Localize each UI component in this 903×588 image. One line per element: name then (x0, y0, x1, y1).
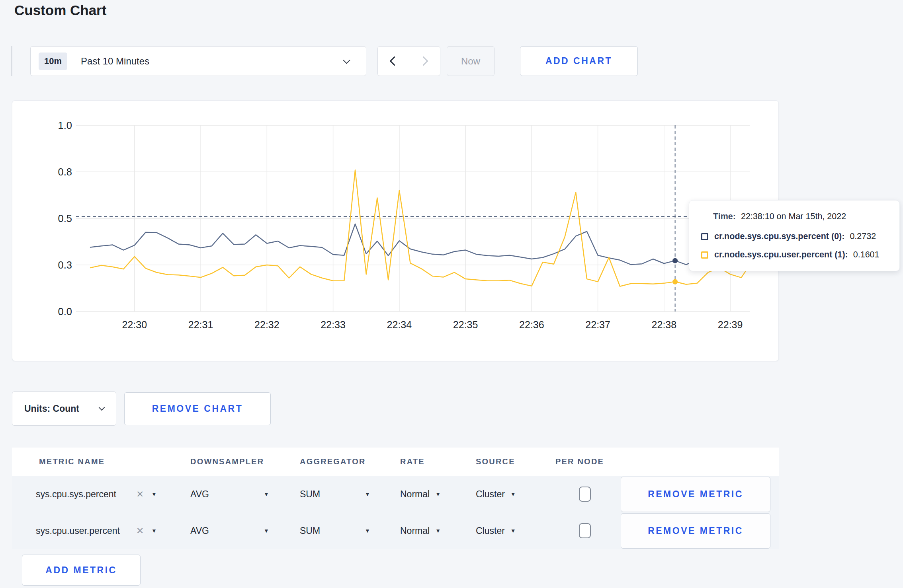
x-tick-label: 22:30 (122, 319, 147, 330)
downsampler-select[interactable]: AVG▼ (190, 476, 278, 512)
source-select[interactable]: Cluster▼ (476, 512, 516, 549)
dropdown-caret-icon: ▼ (264, 528, 269, 534)
dropdown-caret-icon: ▼ (510, 491, 516, 497)
header-cell-rate: RATE (400, 448, 425, 476)
aggregator-value: SUM (300, 526, 320, 536)
chevron-down-icon (99, 405, 105, 411)
source-value: Cluster (476, 526, 505, 536)
metric-row: sys.cpu.sys.percent✕▼AVG▼SUM▼Normal▼Clus… (12, 476, 779, 512)
downsampler-value: AVG (190, 489, 209, 500)
metric-name-select[interactable]: sys.cpu.sys.percent✕▼ (36, 476, 163, 512)
tooltip-time-label: Time: (713, 212, 736, 222)
metric-name-select[interactable]: sys.cpu.user.percent✕▼ (36, 512, 163, 549)
x-tick-label: 22:37 (585, 319, 610, 330)
dropdown-caret-icon: ▼ (365, 491, 370, 497)
x-tick-label: 22:35 (453, 319, 478, 330)
now-button[interactable]: Now (447, 46, 494, 76)
time-range-select[interactable]: 10m Past 10 Minutes (30, 46, 366, 76)
clear-metric-icon[interactable]: ✕ (136, 526, 144, 536)
x-tick-label: 22:31 (188, 319, 213, 330)
dropdown-caret-icon: ▼ (264, 491, 269, 497)
x-tick-label: 22:39 (718, 319, 743, 330)
tooltip-series-row: cr.node.sys.cpu.user.percent (1): 0.1601 (701, 250, 880, 260)
add-metric-button[interactable]: ADD METRIC (22, 555, 141, 586)
series-line-0 (90, 224, 752, 265)
tooltip-series-label: cr.node.sys.cpu.user.percent (1): (714, 250, 848, 260)
tooltip-series-value: 0.1601 (853, 250, 880, 260)
remove-metric-button[interactable]: REMOVE METRIC (621, 513, 770, 549)
chevron-left-icon (390, 56, 399, 66)
downsampler-value: AVG (190, 526, 209, 536)
tooltip-series-label: cr.node.sys.cpu.sys.percent (0): (714, 232, 844, 241)
dropdown-caret-icon: ▼ (151, 528, 157, 534)
clear-metric-icon[interactable]: ✕ (136, 489, 144, 500)
chevron-right-icon (418, 56, 428, 66)
tooltip-series-value: 0.2732 (850, 232, 876, 241)
series-color-swatch (701, 233, 708, 240)
source-value: Cluster (476, 489, 505, 500)
metric-name-value: sys.cpu.user.percent (36, 526, 120, 536)
y-tick-label: 0.5 (58, 213, 72, 224)
aggregator-select[interactable]: SUM▼ (300, 512, 379, 549)
y-tick-label: 1.0 (58, 120, 72, 131)
series-line-1 (90, 170, 752, 286)
aggregator-select[interactable]: SUM▼ (300, 476, 379, 512)
x-tick-label: 22:33 (321, 319, 346, 330)
cpu-usage-chart[interactable]: 0.00.30.50.81.022:3022:3122:3222:3322:34… (12, 101, 779, 362)
dropdown-caret-icon: ▼ (151, 491, 157, 497)
dropdown-caret-icon: ▼ (365, 528, 370, 534)
header-cell-aggregator: AGGREGATOR (300, 448, 366, 476)
tooltip-time-row: Time: 22:38:10 on Mar 15th, 2022 (713, 212, 846, 222)
remove-metric-button[interactable]: REMOVE METRIC (621, 477, 770, 512)
tooltip-time-value: 22:38:10 on Mar 15th, 2022 (741, 212, 846, 222)
x-tick-label: 22:38 (652, 319, 677, 330)
y-tick-label: 0.8 (58, 166, 72, 177)
custom-chart-page: Custom Chart 10m Past 10 Minutes Now ADD… (0, 0, 903, 588)
units-label: Units: Count (24, 403, 79, 414)
hover-point (672, 279, 678, 284)
rate-value: Normal (400, 526, 430, 536)
toolbar-divider (11, 46, 12, 76)
page-title: Custom Chart (14, 2, 106, 18)
remove-chart-button[interactable]: REMOVE CHART (124, 392, 271, 425)
series-color-swatch (701, 251, 708, 259)
per-node-checkbox[interactable] (579, 487, 591, 502)
header-cell-per-node: PER NODE (555, 448, 604, 476)
x-tick-label: 22:32 (254, 319, 280, 330)
next-time-button[interactable] (409, 47, 440, 76)
y-tick-label: 0.0 (58, 306, 72, 317)
rate-value: Normal (400, 489, 430, 500)
rate-select[interactable]: Normal▼ (400, 476, 441, 512)
dropdown-caret-icon: ▼ (510, 528, 516, 534)
dropdown-caret-icon: ▼ (435, 491, 441, 497)
rate-select[interactable]: Normal▼ (400, 512, 441, 549)
time-range-badge: 10m (39, 53, 67, 70)
header-cell-source: SOURCE (476, 448, 515, 476)
tooltip-series-row: cr.node.sys.cpu.sys.percent (0): 0.2732 (701, 232, 876, 241)
metrics-table-rows: sys.cpu.sys.percent✕▼AVG▼SUM▼Normal▼Clus… (12, 476, 779, 549)
chart-card: 0.00.30.50.81.022:3022:3122:3222:3322:34… (12, 100, 779, 361)
header-cell-metric-name: METRIC NAME (39, 448, 105, 476)
metric-name-value: sys.cpu.sys.percent (36, 489, 116, 500)
aggregator-value: SUM (300, 489, 320, 500)
hover-point (672, 258, 678, 263)
chart-tooltip: Time: 22:38:10 on Mar 15th, 2022 cr.node… (689, 200, 900, 271)
chevron-down-icon (343, 56, 350, 64)
metrics-table-header: METRIC NAMEDOWNSAMPLERAGGREGATORRATESOUR… (12, 448, 779, 476)
metric-row: sys.cpu.user.percent✕▼AVG▼SUM▼Normal▼Clu… (12, 512, 779, 549)
time-range-label: Past 10 Minutes (81, 56, 149, 67)
add-chart-button[interactable]: ADD CHART (520, 46, 638, 76)
source-select[interactable]: Cluster▼ (476, 476, 516, 512)
y-tick-label: 0.3 (58, 259, 72, 271)
x-tick-label: 22:34 (387, 319, 412, 330)
prev-time-button[interactable] (378, 47, 409, 76)
x-tick-label: 22:36 (519, 319, 544, 330)
units-select[interactable]: Units: Count (12, 391, 116, 426)
downsampler-select[interactable]: AVG▼ (190, 512, 278, 549)
time-nav-arrows (377, 46, 440, 76)
per-node-checkbox[interactable] (579, 523, 591, 538)
header-cell-downsampler: DOWNSAMPLER (190, 448, 264, 476)
dropdown-caret-icon: ▼ (435, 528, 441, 534)
